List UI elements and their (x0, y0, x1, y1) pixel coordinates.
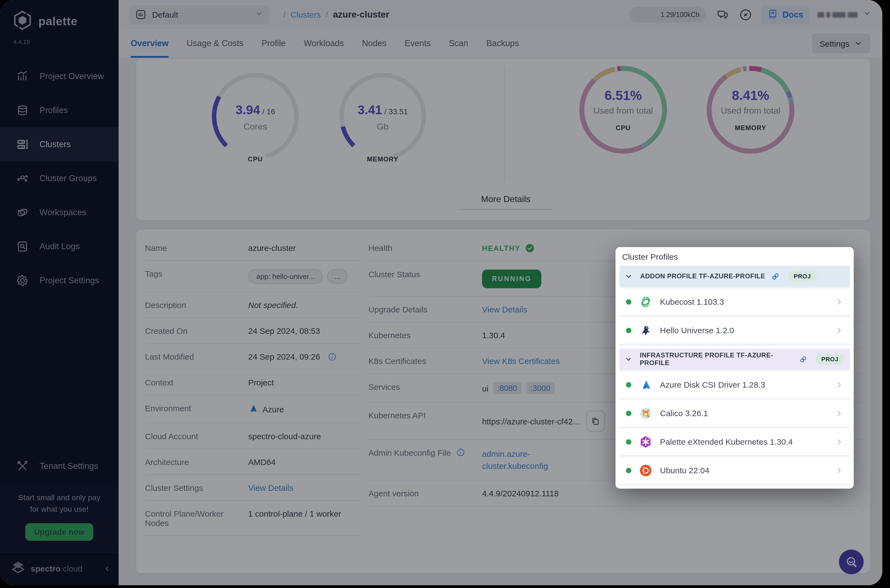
chevron-right-icon (834, 326, 843, 334)
proj-scope-badge: PROJ (788, 271, 817, 282)
app-window: palette 4.4.19 Project Overview Profiles… (0, 0, 882, 585)
pxk-logo-icon (639, 435, 653, 449)
link-icon (771, 272, 780, 281)
hello-universe-logo-icon (639, 323, 653, 338)
status-dot (626, 299, 631, 304)
status-dot (626, 382, 631, 387)
chevron-right-icon (834, 466, 843, 475)
popup-title: Cluster Profiles (615, 247, 854, 266)
status-dot (626, 439, 631, 444)
chevron-down-icon (625, 355, 632, 363)
infrastructure-profile-header[interactable]: INFRASTRUCTURE PROFILE TF-AZURE-PROFILE … (619, 349, 850, 369)
ubuntu-logo-icon (639, 463, 653, 477)
status-dot (626, 327, 631, 333)
link-icon (799, 354, 807, 364)
addon-profile-section: ADDON PROFILE TF-AZURE-PROFILE PROJ Kube… (619, 266, 850, 345)
profile-row-ubuntu[interactable]: Ubuntu 22.04 (619, 457, 850, 484)
kubecost-logo-icon (639, 294, 653, 309)
chevron-right-icon (834, 297, 843, 306)
profile-row-kubecost[interactable]: Kubecost 1.103.3 (619, 288, 850, 315)
addon-profile-header[interactable]: ADDON PROFILE TF-AZURE-PROFILE PROJ (619, 266, 850, 286)
calico-logo-icon (639, 406, 653, 420)
chevron-right-icon (834, 380, 843, 389)
proj-scope-badge: PROJ (815, 354, 844, 364)
chevron-right-icon (834, 437, 843, 446)
infrastructure-profile-section: INFRASTRUCTURE PROFILE TF-AZURE-PROFILE … (619, 349, 850, 485)
profile-row-hello-universe[interactable]: Hello Universe 1.2.0 (619, 317, 850, 344)
status-dot (626, 468, 631, 473)
status-dot (626, 410, 631, 416)
chevron-right-icon (834, 409, 843, 417)
chevron-down-icon (625, 272, 632, 280)
profile-row-palette-extended-kubernetes[interactable]: Palette eXtended Kubernetes 1.30.4 (619, 428, 850, 455)
azure-logo-icon (639, 378, 653, 392)
cluster-profiles-popup: Cluster Profiles ADDON PROFILE TF-AZURE-… (615, 247, 854, 489)
profile-row-calico[interactable]: Calico 3.26.1 (619, 400, 850, 427)
profile-row-azure-disk-csi[interactable]: Azure Disk CSI Driver 1.28.3 (619, 371, 850, 398)
